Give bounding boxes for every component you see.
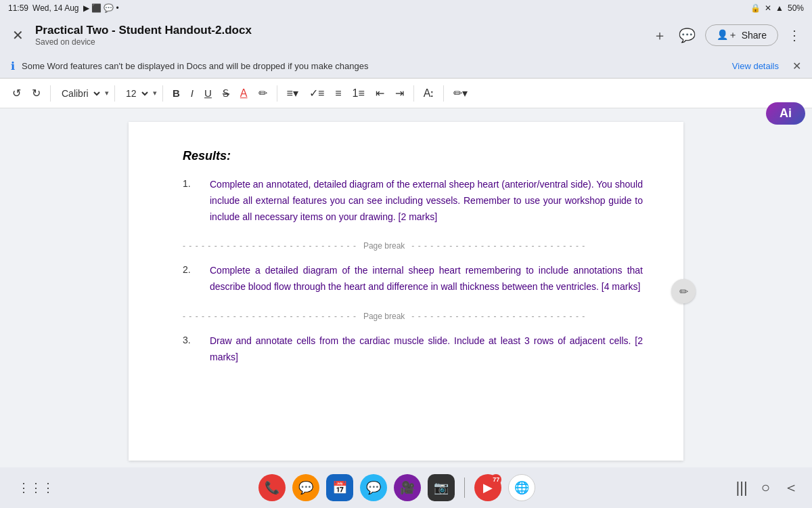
page-break-dashes-right-1: - - - - - - - - - - - - - - - - - - - - … (411, 241, 585, 251)
app-divider (464, 478, 465, 498)
meet-icon: 🎥 (400, 480, 415, 495)
warning-bar: ℹ Some Word features can't be displayed … (0, 54, 812, 79)
undo-button[interactable]: ↺ (8, 84, 25, 102)
edit-mode-button[interactable]: ✏▾ (449, 84, 472, 102)
toolbar-divider-6 (443, 85, 444, 102)
font-size-select[interactable]: 12 (120, 86, 150, 101)
results-heading: Results: (183, 149, 643, 163)
strikethrough-button[interactable]: S̶ (219, 85, 233, 102)
status-right: 🔒 ✕ ▲ 50% (750, 3, 804, 13)
home-button[interactable]: ○ (761, 479, 770, 496)
share-icon: 👤＋ (717, 29, 738, 41)
app-grid-button[interactable]: ⋮⋮⋮ (14, 476, 58, 499)
app-messages-icon[interactable]: 💬 (292, 474, 319, 501)
lock-icon: 🔒 (750, 3, 761, 13)
chat-icon: 💬 (366, 480, 381, 495)
app-phone-icon[interactable]: 📞 (258, 474, 286, 501)
document-title: Practical Two - Student Handout-2.docx (35, 24, 642, 37)
page-break-2: - - - - - - - - - - - - - - - - - - - - … (183, 312, 643, 321)
battery-text: 50% (788, 3, 804, 13)
toolbar-divider-1 (50, 85, 51, 102)
app-meet-icon[interactable]: 🎥 (394, 474, 421, 501)
share-label: Share (742, 30, 767, 41)
warning-message: Some Word features can't be displayed in… (22, 61, 725, 71)
bottom-apps: 📞 💬 📅 💬 🎥 📷 ▶ 77 🌐 (258, 474, 535, 501)
app-youtube-icon[interactable]: ▶ 77 (474, 474, 501, 501)
title-bar: ✕ Practical Two - Student Handout-2.docx… (0, 16, 812, 54)
status-icons: ▶ ⬛ 💬 • (83, 3, 119, 13)
italic-button[interactable]: I (187, 85, 198, 102)
close-button[interactable]: ✕ (8, 24, 27, 46)
indent-increase-button[interactable]: ⇥ (391, 84, 408, 102)
page-break-label-2: Page break (359, 312, 409, 321)
bottom-nav: ||| ○ ＜ (736, 478, 798, 498)
redo-button[interactable]: ↻ (28, 84, 45, 102)
text-color-button[interactable]: A (236, 85, 252, 102)
view-details-link[interactable]: View details (732, 61, 779, 71)
indent-decrease-button[interactable]: ⇤ (371, 84, 388, 102)
document-area: Results: 1. Complete an annotated, detai… (0, 108, 812, 467)
app-chat-icon[interactable]: 💬 (360, 474, 387, 501)
list-number: 1. (183, 178, 196, 225)
instagram-icon: 📷 (434, 480, 449, 495)
status-time: 11:59 (8, 3, 28, 13)
comment-button[interactable]: 💬 (676, 24, 698, 46)
format-options-button[interactable]: Aː (420, 84, 438, 102)
status-bar: 11:59 Wed, 14 Aug ▶ ⬛ 💬 • 🔒 ✕ ▲ 50% (0, 0, 812, 16)
chevron-down-icon-2: ▾ (153, 89, 157, 98)
page-break-dashes-right-2: - - - - - - - - - - - - - - - - - - - - … (411, 312, 585, 321)
app-chrome-icon[interactable]: 🌐 (508, 474, 535, 501)
add-button[interactable]: ＋ (650, 24, 669, 47)
toolbar: ↺ ↻ Calibri ▾ 12 ▾ B I U S̶ A ✏ ≡▾ ✓≡ ≡ … (0, 79, 812, 108)
checklist-button[interactable]: ✓≡ (305, 84, 328, 102)
page-break-1: - - - - - - - - - - - - - - - - - - - - … (183, 241, 643, 251)
status-date: Wed, 14 Aug (32, 3, 79, 13)
floating-edit-button[interactable]: ✏ (671, 279, 696, 303)
title-actions: ＋ 💬 👤＋ Share ⋮ (650, 24, 804, 47)
list-item: 3. Draw and annotate cells from the card… (183, 333, 643, 366)
list-text: Complete a detailed diagram of the inter… (210, 263, 643, 295)
recents-button[interactable]: ||| (736, 479, 748, 496)
list-item: 2. Complete a detailed diagram of the in… (183, 263, 643, 295)
ai-button[interactable]: Ai (766, 108, 805, 125)
page-break-label-1: Page break (359, 241, 409, 251)
messages-icon: 💬 (298, 480, 313, 495)
status-left: 11:59 Wed, 14 Aug ▶ ⬛ 💬 • (8, 3, 119, 13)
list-text: Draw and annotate cells from the cardiac… (210, 333, 643, 366)
bottom-bar: ⋮⋮⋮ 📞 💬 📅 💬 🎥 📷 ▶ 77 (0, 467, 812, 508)
font-family-select[interactable]: Calibri (56, 86, 102, 101)
highlight-button[interactable]: ✏ (254, 84, 271, 102)
bold-button[interactable]: B (168, 85, 184, 102)
toolbar-divider-5 (413, 85, 414, 102)
numbered-list-button[interactable]: 1≡ (348, 85, 369, 102)
signal-icon: ✕ (765, 3, 771, 13)
list-item: 1. Complete an annotated, detailed diagr… (183, 177, 643, 225)
list-number: 2. (183, 264, 196, 295)
list-text: Complete an annotated, detailed diagram … (210, 177, 643, 225)
warning-icon: ℹ (11, 60, 15, 72)
align-button[interactable]: ≡▾ (283, 84, 302, 102)
title-info: Practical Two - Student Handout-2.docx S… (35, 24, 642, 47)
toolbar-divider-4 (277, 85, 277, 102)
wifi-icon: ▲ (775, 3, 784, 13)
document-page: Results: 1. Complete an annotated, detai… (129, 122, 683, 461)
list-number: 3. (183, 335, 196, 366)
page-break-dashes-left-2: - - - - - - - - - - - - - - - - - - - - … (183, 312, 357, 321)
document-list: 1. Complete an annotated, detailed diagr… (183, 177, 643, 366)
toolbar-divider-3 (162, 85, 163, 102)
app-instagram-icon[interactable]: 📷 (428, 474, 455, 501)
document-subtitle: Saved on device (35, 37, 642, 47)
more-options-button[interactable]: ⋮ (785, 24, 804, 46)
page-break-dashes-left-1: - - - - - - - - - - - - - - - - - - - - … (183, 241, 357, 251)
youtube-badge: 77 (491, 474, 501, 485)
app-calendar-icon[interactable]: 📅 (326, 474, 353, 501)
share-button[interactable]: 👤＋ Share (705, 24, 778, 46)
bottom-left: ⋮⋮⋮ (14, 476, 58, 499)
chevron-down-icon: ▾ (105, 89, 109, 98)
back-button[interactable]: ＜ (784, 478, 798, 498)
underline-button[interactable]: U (200, 85, 216, 102)
bullet-list-button[interactable]: ≡ (331, 85, 345, 102)
toolbar-divider-2 (114, 85, 115, 102)
calendar-icon: 📅 (332, 480, 347, 495)
warning-close-button[interactable]: ✕ (792, 60, 801, 72)
